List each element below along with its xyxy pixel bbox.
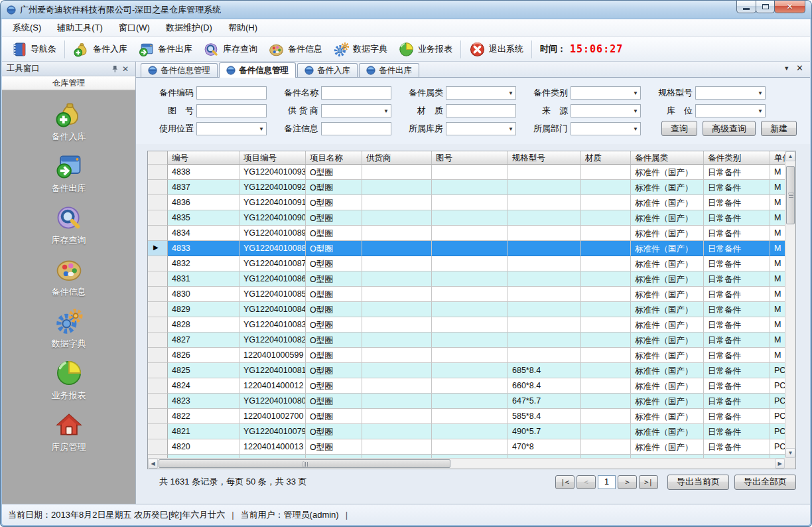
query-button[interactable]: 查询 xyxy=(661,121,697,136)
table-row[interactable]: 4832 YG12204010087 O型圈 标准件（国产） 日常备件 xyxy=(148,256,785,271)
export-current-page-button[interactable]: 导出当前页 xyxy=(667,475,729,490)
scroll-left-icon[interactable]: ◀ xyxy=(148,459,158,469)
column-header-code[interactable]: 编号 xyxy=(168,151,239,165)
row-selector-cell[interactable] xyxy=(148,394,168,409)
sidebar-item-stock-in[interactable]: 备件入库 xyxy=(29,100,109,143)
column-header-class[interactable]: 备件类别 xyxy=(704,151,770,165)
drawing-no-input[interactable] xyxy=(196,104,267,117)
tab-list-dropdown-icon[interactable]: ▼ xyxy=(783,65,789,72)
maximize-button[interactable] xyxy=(756,1,775,13)
row-selector-cell[interactable] xyxy=(148,271,168,287)
supplier-select[interactable]: ▼ xyxy=(321,104,391,117)
bin-location-select[interactable]: ▼ xyxy=(695,104,766,117)
close-button[interactable]: ✕ xyxy=(774,1,805,13)
first-page-button[interactable]: |< xyxy=(555,475,575,489)
new-button[interactable]: 新建 xyxy=(761,121,797,136)
row-selector-cell[interactable] xyxy=(148,287,168,302)
sidebar-item-inventory-query[interactable]: 库存查询 xyxy=(29,203,109,246)
part-name-input[interactable] xyxy=(321,86,391,100)
table-row[interactable]: 4822 1220401002700 O型圈 585*8.4 标准件（国产） 日… xyxy=(148,409,785,424)
tab-stock-in[interactable]: 备件入库 xyxy=(297,63,358,77)
row-selector-cell[interactable] xyxy=(148,195,168,210)
toolbar-stock-in[interactable]: 备件入库 xyxy=(68,39,133,60)
toolbar-exit[interactable]: 退出系统 xyxy=(464,39,529,60)
source-select[interactable]: ▼ xyxy=(571,104,641,117)
table-row[interactable]: 4836 YG12204010091 O型圈 标准件（国产） 日常备件 xyxy=(148,195,785,210)
menu-data-maintenance[interactable]: 数据维护(D) xyxy=(158,19,220,37)
toolbar-inventory-query[interactable]: 库存查询 xyxy=(198,39,263,60)
row-selector-cell[interactable] xyxy=(148,348,168,363)
tab-parts-info-mgmt-2[interactable]: 备件信息管理 xyxy=(219,62,296,78)
column-header-material[interactable]: 材质 xyxy=(581,151,631,165)
page-number-input[interactable] xyxy=(598,475,616,489)
part-code-input[interactable] xyxy=(196,86,267,100)
table-row[interactable]: 4837 YG12204010092 O型圈 标准件（国产） 日常备件 xyxy=(148,180,785,195)
column-header-supplier[interactable]: 供货商 xyxy=(362,151,432,165)
toolbar-data-dict[interactable]: 数据字典 xyxy=(328,39,393,60)
row-selector-cell[interactable] xyxy=(148,256,168,271)
tab-parts-info-mgmt-1[interactable]: 备件信息管理 xyxy=(141,63,218,77)
table-row[interactable]: 4824 1220401400012 O型圈 660*8.4 标准件（国产） 日… xyxy=(148,378,785,394)
row-selector-cell[interactable] xyxy=(148,409,168,424)
sidebar-close-icon[interactable]: ✕ xyxy=(120,64,131,74)
table-row[interactable]: 4821 YG12204010079 O型圈 490*5.7 标准件（国产） 日… xyxy=(148,424,785,439)
horizontal-scroll-thumb[interactable] xyxy=(159,459,450,468)
table-row[interactable]: 4834 YG12204010089 O型圈 标准件（国产） 日常备件 xyxy=(148,226,785,241)
table-row[interactable]: 4835 YG12204010090 O型圈 标准件（国产） 日常备件 xyxy=(148,210,785,226)
row-selector-cell[interactable] xyxy=(148,333,168,348)
row-selector-cell[interactable] xyxy=(148,302,168,317)
row-selector-cell[interactable] xyxy=(148,226,168,241)
toolbar-report[interactable]: 业务报表 xyxy=(393,39,458,60)
table-row[interactable]: 4820 1220401400013 O型圈 470*8 标准件（国产） 日常备… xyxy=(148,439,785,455)
sidebar-item-warehouse[interactable]: 库房管理 xyxy=(29,410,109,453)
table-row[interactable]: 4833 YG12204010088 O型圈 标准件（国产） 日常备件 xyxy=(148,241,785,256)
toolbar-parts-info[interactable]: 备件信息 xyxy=(263,39,328,60)
usage-position-select[interactable]: ▼ xyxy=(196,122,267,135)
row-selector-cell[interactable] xyxy=(148,363,168,378)
export-all-pages-button[interactable]: 导出全部页 xyxy=(734,475,796,490)
material-input[interactable] xyxy=(446,104,516,117)
remark-input[interactable] xyxy=(321,122,391,135)
sidebar-item-report[interactable]: 业务报表 xyxy=(29,358,109,402)
column-header-project-code[interactable]: 项目编号 xyxy=(239,151,306,165)
part-class-select[interactable]: ▼ xyxy=(571,86,641,100)
table-row[interactable]: 4827 YG12204010082 O型圈 标准件（国产） 日常备件 xyxy=(148,333,785,348)
table-row[interactable]: 4838 YG12204010093 O型圈 标准件（国产） 日常备件 xyxy=(148,165,785,180)
menu-help[interactable]: 帮助(H) xyxy=(220,19,265,37)
next-page-button[interactable]: > xyxy=(618,475,637,489)
vertical-scroll-thumb[interactable] xyxy=(786,166,795,224)
column-header-spec-model[interactable]: 规格型号 xyxy=(508,151,581,165)
tab-stock-out[interactable]: 备件出库 xyxy=(359,63,419,77)
row-selector-cell[interactable] xyxy=(148,424,168,439)
department-select[interactable]: ▼ xyxy=(571,122,641,135)
menu-window[interactable]: 窗口(W) xyxy=(111,19,158,37)
column-header-unit[interactable]: 单位 xyxy=(770,151,785,165)
minimize-button[interactable] xyxy=(736,1,756,13)
table-row[interactable]: 4831 YG12204010086 O型圈 标准件（国产） 日常备件 xyxy=(148,271,785,287)
horizontal-scrollbar[interactable]: ◀ ▶ xyxy=(148,458,785,469)
column-header-project-name[interactable]: 项目名称 xyxy=(306,151,362,165)
toolbar-stock-out[interactable]: 备件出库 xyxy=(133,39,198,60)
table-row[interactable]: 4828 YG12204010083 O型圈 标准件（国产） 日常备件 xyxy=(148,317,785,333)
table-row[interactable]: 4830 YG12204010085 O型圈 标准件（国产） 日常备件 xyxy=(148,287,785,302)
warehouse-select[interactable]: ▼ xyxy=(446,122,516,135)
table-row[interactable]: 4825 YG12204010081 O型圈 685*8.4 标准件（国产） 日… xyxy=(148,363,785,378)
table-row[interactable]: 4823 YG12204010080 O型圈 647*5.7 标准件（国产） 日… xyxy=(148,394,785,409)
spec-model-select[interactable]: ▼ xyxy=(695,86,766,100)
row-selector-cell[interactable] xyxy=(148,210,168,226)
table-row[interactable]: 4826 1220401000599 O型圈 标准件（国产） 日常备件 xyxy=(148,348,785,363)
advanced-query-button[interactable]: 高级查询 xyxy=(703,121,756,136)
sidebar-item-data-dict[interactable]: 数据字典 xyxy=(29,307,109,350)
scroll-down-icon[interactable]: ▼ xyxy=(785,448,795,458)
scroll-right-icon[interactable]: ▶ xyxy=(775,459,785,469)
menu-system[interactable]: 系统(S) xyxy=(5,19,49,37)
row-selector-cell[interactable] xyxy=(148,439,168,455)
table-row[interactable]: 4829 YG12204010084 O型圈 标准件（国产） 日常备件 xyxy=(148,302,785,317)
scroll-up-icon[interactable]: ▲ xyxy=(785,151,795,161)
vertical-scrollbar[interactable]: ▲ ▼ xyxy=(785,151,795,458)
sidebar-item-stock-out[interactable]: 备件出库 xyxy=(29,151,109,194)
menu-aux-tools[interactable]: 辅助工具(T) xyxy=(49,19,111,37)
column-header-drawing-no[interactable]: 图号 xyxy=(432,151,508,165)
prev-page-button[interactable]: < xyxy=(576,475,596,489)
row-selector-cell[interactable] xyxy=(148,241,168,256)
